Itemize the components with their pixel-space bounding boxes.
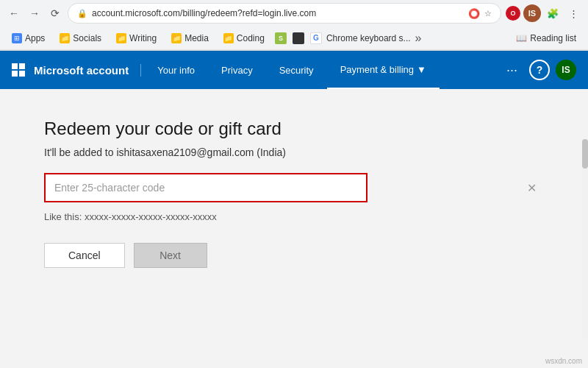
payment-billing-dropdown: Payment & billing ▼: [340, 64, 426, 75]
media-bookmark-label: Media: [184, 33, 209, 43]
back-button[interactable]: ←: [6, 5, 22, 21]
dropdown-chevron-icon: ▼: [417, 64, 426, 75]
socials-bookmark-label: Socials: [73, 33, 101, 43]
writing-bookmark-label: Writing: [129, 33, 157, 43]
ms-help-button[interactable]: ?: [529, 60, 550, 80]
bookmarks-coding[interactable]: 📁 Coding: [218, 31, 270, 46]
browser-more-button[interactable]: ⋮: [564, 4, 582, 22]
coding-bookmark-icon: 📁: [223, 33, 234, 43]
svg-rect-3: [19, 71, 25, 77]
nav-privacy[interactable]: Privacy: [208, 51, 266, 89]
ms-account-header: Microsoft account Your info Privacy Secu…: [0, 51, 588, 89]
chrome-keyboard-label: Chrome keyboard s...: [326, 33, 411, 43]
ms-nav: Your info Privacy Security Payment & bil…: [144, 51, 440, 89]
code-hint: Like this: xxxxx-xxxxx-xxxxx-xxxxx-xxxxx: [44, 211, 544, 222]
extensions-icon[interactable]: 🧩: [544, 4, 562, 22]
reading-list-icon: 📖: [516, 33, 527, 43]
coding-bookmark-label: Coding: [237, 33, 265, 43]
bookmarks-more[interactable]: »: [415, 32, 422, 45]
code-input[interactable]: [44, 173, 368, 202]
reading-list-label: Reading list: [530, 33, 576, 43]
ms-header-right: ··· ? IS: [501, 60, 576, 81]
dark-bookmark-icon: [293, 32, 304, 44]
page-subtitle: It'll be added to ishitasaxena2109@gmail…: [44, 146, 544, 158]
socials-bookmark-icon: 📁: [60, 33, 70, 43]
payment-billing-label: Payment & billing: [340, 64, 414, 75]
address-bar[interactable]: 🔒 ⭕ ☆: [68, 3, 501, 24]
scrollbar[interactable]: [582, 139, 588, 339]
next-button[interactable]: Next: [134, 243, 207, 268]
share-icon: ⭕: [468, 8, 480, 19]
google-icon: G: [310, 32, 322, 44]
address-input[interactable]: [92, 8, 464, 18]
ms-user-avatar[interactable]: IS: [556, 60, 576, 80]
bookmarks-writing[interactable]: 📁 Writing: [110, 31, 162, 46]
browser-profile-avatar[interactable]: IS: [523, 4, 541, 22]
bookmarks-media[interactable]: 📁 Media: [165, 31, 215, 46]
reading-list-button[interactable]: 📖 Reading list: [510, 31, 582, 46]
svg-rect-0: [12, 63, 18, 69]
code-input-container: ✕: [44, 173, 544, 202]
watermark: wsxdn.com: [545, 357, 582, 365]
writing-bookmark-icon: 📁: [116, 33, 126, 43]
svg-rect-1: [19, 63, 25, 69]
apps-bookmark-label: Apps: [25, 33, 45, 43]
opera-icon: O: [506, 6, 520, 21]
redeem-page: Redeem your code or gift card It'll be a…: [0, 89, 588, 339]
ms-more-button[interactable]: ···: [501, 60, 523, 81]
nav-payment-billing[interactable]: Payment & billing ▼: [327, 51, 440, 89]
input-clear-button[interactable]: ✕: [526, 180, 538, 197]
bookmark-star-icon: ☆: [484, 9, 492, 18]
page-title: Redeem your code or gift card: [44, 118, 544, 139]
bookmarks-bar: ⊞ Apps 📁 Socials 📁 Writing 📁 Media 📁 Cod…: [0, 26, 588, 50]
nav-your-info[interactable]: Your info: [144, 51, 208, 89]
lock-icon: 🔒: [77, 9, 87, 18]
apps-bookmark-icon: ⊞: [12, 33, 22, 43]
media-bookmark-icon: 📁: [171, 33, 182, 43]
bookmarks-apps[interactable]: ⊞ Apps: [6, 31, 51, 46]
ms-grid-icon[interactable]: [12, 63, 25, 77]
forward-button[interactable]: →: [26, 5, 43, 21]
nav-security[interactable]: Security: [266, 51, 327, 89]
action-buttons: Cancel Next: [44, 243, 544, 268]
shopify-icon: S: [275, 32, 287, 44]
scrollbar-thumb[interactable]: [582, 139, 588, 169]
cancel-button[interactable]: Cancel: [44, 243, 125, 268]
bookmarks-socials[interactable]: 📁 Socials: [54, 31, 107, 46]
svg-rect-2: [12, 71, 18, 77]
ms-brand-label: Microsoft account: [34, 64, 141, 77]
refresh-button[interactable]: ⟳: [47, 5, 63, 21]
